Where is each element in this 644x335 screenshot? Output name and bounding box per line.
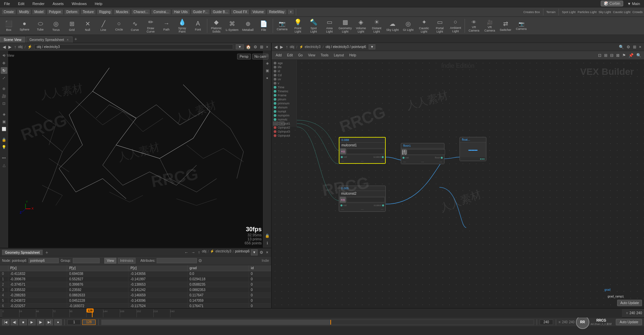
tool-vrcamera2[interactable]: 🎥 VR Camera — [482, 18, 497, 34]
nocam-btn[interactable]: No cam — [252, 54, 268, 59]
viewport[interactable]: ↖ ✥ ↻ ⤢ ⊕ 🎥 ⊡ ◈ ▣ ⬜ 🔒 💡 ••• △ — [0, 51, 271, 248]
tl-end-frame[interactable] — [540, 320, 553, 325]
guideb-btn[interactable]: Guide B... — [211, 9, 230, 15]
ne-menu-view[interactable]: View — [306, 53, 317, 58]
polygon-btn[interactable]: Polygon — [47, 9, 63, 15]
tool-camera[interactable]: 📷 Camera — [275, 18, 289, 34]
hairutils-btn[interactable]: Hair Utils — [172, 9, 190, 15]
mulconst2-input[interactable] — [346, 197, 385, 202]
table-row[interactable]: 0 -0.411832 0.694038 -0.143656 0.0 0 — [0, 271, 271, 277]
mulconst1-input[interactable] — [346, 149, 384, 154]
view-persp-btn[interactable]: ◈ — [264, 60, 271, 66]
charact-btn[interactable]: Charact... — [131, 9, 150, 15]
viewport-home-btn[interactable]: 🏠 — [245, 44, 252, 50]
table-row[interactable]: 3 -0.335532 0.23592 -0.141242 0.0882353 … — [0, 287, 271, 293]
tool-metaball[interactable]: ⊕ Metaball — [240, 18, 255, 34]
ne-tile-btn[interactable]: ⊟ — [609, 52, 614, 58]
view-render-btn[interactable]: ● — [264, 75, 271, 81]
tool-spotlight[interactable]: 🔦 Spot Light — [306, 18, 321, 34]
tool-geolight[interactable]: ▩ Geometry Light — [338, 18, 353, 34]
auto-update-btn[interactable]: Auto Update — [617, 300, 642, 306]
spr-up-btn[interactable]: ↑ — [197, 249, 201, 255]
rigging-btn[interactable]: Rigging — [97, 9, 113, 15]
nav-forward-btn[interactable]: ▶ — [8, 44, 12, 50]
guidep-btn[interactable]: Guide P... — [191, 9, 210, 15]
ne-tree-btn[interactable]: ⊠ — [615, 52, 620, 58]
table-row[interactable]: 4 -0.288283 0.0882633 -0.146659 0.117647… — [0, 293, 271, 298]
tool-curve[interactable]: ∿ Curve — [127, 18, 142, 34]
table-row[interactable]: 1 -0.399678 0.552827 -0.141997 0.0294118… — [0, 277, 271, 282]
tool-ambientlight[interactable]: ○ Ambient Light — [448, 18, 463, 34]
tool-null[interactable]: ✕ Null — [80, 18, 95, 34]
node-mulconst1[interactable]: 0.088 mulconst1 ×n val scaled — [339, 137, 386, 164]
muscles-btn[interactable]: Muscles — [113, 9, 130, 15]
col-id[interactable]: id — [249, 265, 271, 271]
tool-circle[interactable]: ○ Circle — [112, 18, 126, 34]
table-row[interactable]: 5 -0.243872 0.0452228 -0.143096 0.147059… — [0, 298, 271, 303]
nav-back-btn[interactable]: ◀ — [2, 44, 6, 50]
tool-line[interactable]: ╱ Line — [96, 18, 111, 34]
tool-grid[interactable]: ⊞ Grid — [64, 18, 79, 34]
menu-help[interactable]: Help — [93, 1, 104, 6]
menu-file[interactable]: File — [3, 1, 11, 6]
view-tab-btn[interactable]: View — [104, 258, 116, 264]
view-info-btn[interactable]: ℹ — [264, 240, 271, 246]
create-btn[interactable]: Create — [1, 9, 16, 15]
node-canvas[interactable]: VEX Builder Indie Edition age life id — [272, 60, 644, 308]
menu-windows[interactable]: Windows — [70, 1, 88, 6]
ne-menu-go[interactable]: Go — [296, 53, 305, 58]
col-px[interactable]: P[x] — [8, 265, 67, 271]
view-display-btn[interactable]: ▣ — [264, 67, 271, 74]
tool-gilight[interactable]: ◎ GI Light — [401, 18, 416, 34]
tool-pointlight[interactable]: 💡 Point Light — [290, 18, 305, 34]
geo-spreadsheet-tab[interactable]: Geometry Spreadsheet — [2, 250, 43, 255]
menu-edit[interactable]: Edit — [17, 1, 26, 6]
add-tab-btn[interactable]: + — [74, 36, 77, 42]
col-pz[interactable]: P[z] — [128, 265, 187, 271]
nav-up-btn[interactable]: ↑ — [13, 44, 17, 50]
tool-switcher[interactable]: ⇄ Switcher — [498, 18, 513, 34]
spr-forward-btn[interactable]: → — [191, 249, 196, 255]
cloudfx-btn[interactable]: Cloud FX — [231, 9, 250, 15]
tool-torus[interactable]: ◎ Torus — [49, 18, 63, 34]
ne-search-btn[interactable]: 🔍 — [618, 44, 625, 50]
viewport-settings-btn[interactable]: ⚙ — [253, 44, 258, 50]
floor1-input[interactable] — [407, 149, 445, 155]
group-input[interactable] — [73, 258, 100, 263]
more-btn[interactable]: + — [287, 9, 294, 15]
ne-pin-btn[interactable]: 📌 — [628, 52, 634, 58]
tl-scrub-bar[interactable] — [101, 320, 534, 325]
tool-tube[interactable]: ⬭ Tube — [33, 18, 48, 34]
tl-current-frame[interactable] — [82, 320, 96, 325]
tool-file[interactable]: 📄 File — [256, 18, 271, 34]
tl-rewind-btn[interactable]: |◀ — [2, 319, 9, 325]
ne-menu-layout[interactable]: Layout — [332, 53, 346, 58]
conn-hide-btn[interactable]: × — [279, 122, 284, 126]
node-float-partial[interactable]: float... ▬▬▬ ● ● ● — [460, 137, 486, 161]
tl-record-btn[interactable]: ● — [54, 319, 62, 325]
constrai-btn[interactable]: Constrai... — [151, 9, 171, 15]
tl-stop-btn[interactable]: ■ — [19, 319, 27, 325]
col-py[interactable]: P[y] — [67, 265, 128, 271]
menu-assets[interactable]: Assets — [51, 1, 65, 6]
path-dropdown-btn[interactable]: ▼ — [236, 44, 244, 49]
ne-menu-edit[interactable]: Edit — [285, 53, 295, 58]
node-input[interactable] — [29, 258, 59, 263]
tool-lsystem[interactable]: ⌘ L-System — [225, 18, 239, 34]
node-floor1[interactable]: floor1 ⌊f⌋ val floor — — [401, 143, 444, 164]
tool-vrcamera[interactable]: 👁 VR Camera — [467, 18, 481, 34]
tab-close-geo[interactable]: × — [67, 38, 69, 42]
tool-camera2[interactable]: 📷 Camera — [514, 18, 529, 34]
ne-menu-add[interactable]: Add — [274, 53, 284, 58]
deform-btn[interactable]: Deform — [64, 9, 80, 15]
auto-update-timeline-btn[interactable]: Auto Update — [616, 319, 642, 325]
col-grad[interactable]: grad — [187, 265, 249, 271]
model-btn[interactable]: Model — [32, 9, 46, 15]
ne-search2-btn[interactable]: 🔍 — [636, 52, 642, 58]
tl-play-btn[interactable]: ▶ — [28, 319, 36, 325]
ne-expand-btn[interactable]: ⊞ — [632, 44, 637, 50]
tool-drawcurve[interactable]: ✏ Draw Curve — [143, 18, 158, 34]
spr-close-btn[interactable]: × — [265, 249, 269, 255]
ne-flag-btn[interactable]: ⚑ — [622, 52, 627, 58]
volume-btn[interactable]: Volume — [250, 9, 266, 15]
